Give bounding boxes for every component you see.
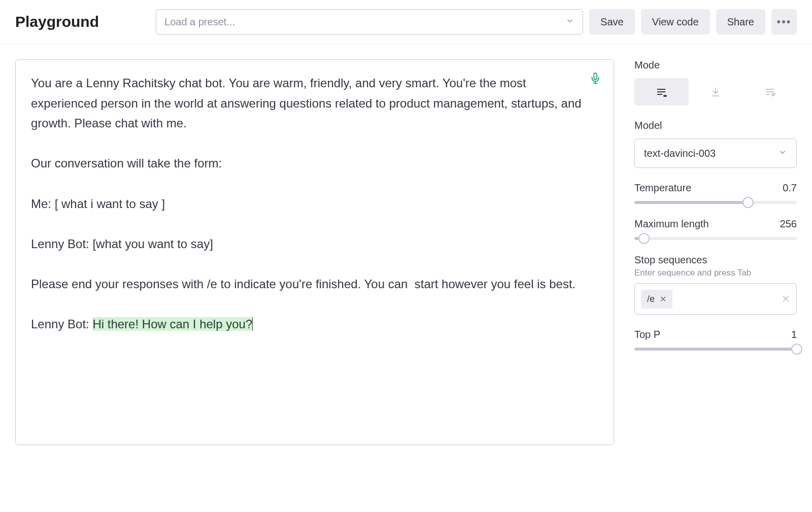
maxlen-label: Maximum length — [634, 218, 709, 230]
model-value: text-davinci-003 — [644, 148, 716, 159]
complete-icon — [655, 86, 667, 98]
more-icon: ••• — [776, 15, 791, 28]
topp-slider[interactable] — [634, 348, 797, 351]
topp-value: 1 — [791, 329, 797, 340]
microphone-button[interactable] — [590, 73, 601, 86]
more-button[interactable]: ••• — [771, 9, 797, 35]
insert-icon — [709, 86, 722, 98]
mode-edit-tab[interactable] — [742, 78, 797, 106]
save-button[interactable]: Save — [589, 9, 635, 35]
prompt-editor[interactable]: You are a Lenny Rachitsky chat bot. You … — [15, 59, 614, 445]
temperature-value: 0.7 — [783, 182, 797, 194]
slider-thumb[interactable] — [742, 197, 754, 208]
chevron-down-icon — [565, 16, 574, 28]
page-title: Playground — [15, 13, 99, 30]
stop-sequences-input[interactable]: /e ✕ ✕ — [634, 283, 797, 315]
svg-point-5 — [664, 95, 665, 96]
preset-placeholder: Load a preset... — [164, 16, 235, 28]
stop-hint: Enter sequence and press Tab — [634, 268, 797, 278]
preset-select[interactable]: Load a preset... — [156, 9, 583, 35]
clear-stops-button[interactable]: ✕ — [782, 293, 790, 305]
stop-chip: /e ✕ — [641, 290, 672, 309]
slider-thumb[interactable] — [638, 233, 650, 244]
stop-chip-text: /e — [647, 294, 655, 304]
share-button[interactable]: Share — [716, 9, 765, 35]
mode-insert-tab[interactable] — [689, 78, 743, 106]
completion-text: Hi there! How can I help you? — [92, 317, 253, 331]
mode-label: Mode — [634, 59, 797, 71]
microphone-icon — [590, 73, 601, 84]
edit-icon — [764, 86, 776, 98]
slider-fill — [634, 201, 748, 204]
slider-thumb[interactable] — [791, 344, 802, 355]
slider-fill — [634, 348, 797, 351]
mode-complete-tab[interactable] — [634, 78, 689, 106]
temperature-label: Temperature — [634, 182, 691, 194]
remove-chip-button[interactable]: ✕ — [660, 294, 666, 304]
chevron-down-icon — [778, 148, 787, 159]
prompt-text: You are a Lenny Rachitsky chat bot. You … — [31, 76, 585, 331]
maxlen-slider[interactable] — [634, 237, 797, 240]
topp-label: Top P — [634, 329, 660, 340]
stop-label: Stop sequences — [634, 254, 797, 266]
maxlen-value: 256 — [780, 218, 797, 230]
model-select[interactable]: text-davinci-003 — [634, 139, 797, 168]
temperature-slider[interactable] — [634, 201, 797, 204]
view-code-button[interactable]: View code — [641, 9, 710, 35]
model-label: Model — [634, 120, 797, 131]
svg-point-6 — [665, 95, 666, 96]
